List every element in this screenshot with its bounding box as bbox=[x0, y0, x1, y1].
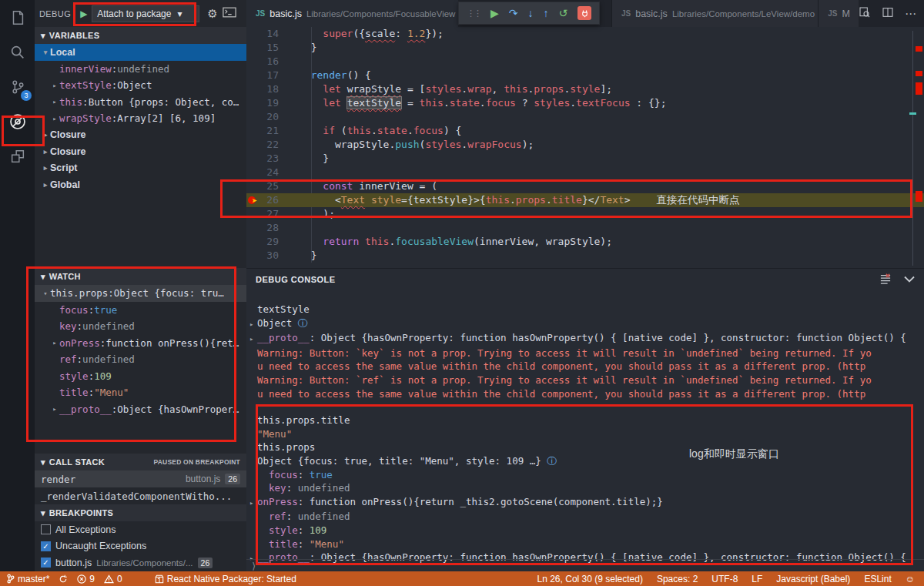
code-line-23[interactable]: 23 } bbox=[246, 152, 924, 166]
line-number[interactable]: 20 bbox=[246, 110, 279, 124]
collapsed-arrow-icon[interactable]: ▸ bbox=[249, 333, 257, 347]
language-mode[interactable]: Javascript (Babel) bbox=[776, 574, 850, 584]
console-line[interactable]: "Menu" bbox=[246, 427, 913, 441]
panel-title[interactable]: DEBUG CONSOLE bbox=[256, 275, 336, 284]
code-line-19[interactable]: 19 let textStyle = this.state.focus ? st… bbox=[246, 96, 924, 110]
line-number[interactable]: 28 bbox=[246, 221, 279, 235]
disconnect-button[interactable] bbox=[578, 6, 591, 20]
console-line[interactable]: title: "Menu" bbox=[246, 537, 913, 551]
watch-row[interactable]: style: 109 bbox=[35, 368, 246, 385]
variable-row[interactable]: ▾Local bbox=[35, 44, 246, 61]
code-line-16[interactable]: 16 bbox=[246, 55, 924, 69]
eol[interactable]: LF bbox=[752, 574, 762, 584]
code-editor[interactable]: 14 super({scale: 1.2});15 }1617 render()… bbox=[246, 27, 924, 268]
code-line-29[interactable]: 29 return this.focusableView(innerView, … bbox=[246, 235, 924, 249]
variable-row[interactable]: innerView: undefined bbox=[35, 61, 246, 78]
variable-row[interactable]: ▸Closure bbox=[35, 143, 246, 160]
tab-basic-leview[interactable]: JS basic.js Libraries/Components/LeView/… bbox=[611, 0, 818, 27]
line-number[interactable]: 27 bbox=[246, 207, 279, 221]
code-line-28[interactable]: 28 bbox=[246, 221, 924, 235]
feedback-smiley-icon[interactable]: ☺ bbox=[906, 574, 915, 584]
collapsed-arrow-icon[interactable]: ▸ bbox=[249, 497, 257, 511]
breakpoint-checkbox[interactable] bbox=[41, 524, 51, 534]
code-line-15[interactable]: 15 } bbox=[246, 41, 924, 55]
breakpoint-checkbox[interactable]: ✓ bbox=[41, 541, 51, 551]
line-number[interactable]: 15 bbox=[246, 41, 279, 55]
code-line-26[interactable]: ➤26 <Text style={textStyle}>{this.props.… bbox=[246, 193, 924, 207]
code-line-17[interactable]: 17 render() { bbox=[246, 69, 924, 82]
breakpoint-item[interactable]: ✓button.jsLibraries/Components/...26 bbox=[35, 554, 246, 571]
console-line[interactable]: u need to access the same value within t… bbox=[246, 387, 913, 401]
code-line-25[interactable]: 25 const innerView = ( bbox=[246, 179, 924, 193]
error-count[interactable]: 9 bbox=[77, 574, 95, 584]
watch-row[interactable]: ref: undefined bbox=[35, 351, 246, 368]
console-line[interactable]: textStyle bbox=[246, 303, 913, 316]
line-number[interactable]: 30 bbox=[246, 249, 279, 263]
sync-icon[interactable] bbox=[59, 574, 68, 584]
console-line[interactable]: Warning: Button: `key` is not a prop. Tr… bbox=[246, 347, 913, 360]
watch-header[interactable]: ▾WATCH bbox=[35, 268, 246, 285]
console-line[interactable]: this.props.title bbox=[246, 414, 913, 427]
line-number[interactable]: 21 bbox=[246, 124, 279, 138]
variable-row[interactable]: ▸Closure bbox=[35, 127, 246, 144]
code-line-21[interactable]: 21 if (this.state.focus) { bbox=[246, 124, 924, 138]
debug-console-toggle-icon[interactable] bbox=[223, 7, 236, 20]
encoding[interactable]: UTF-8 bbox=[711, 574, 738, 584]
console-line[interactable]: ref: undefined bbox=[246, 510, 913, 524]
line-number[interactable]: 25 bbox=[246, 179, 279, 193]
line-number[interactable]: 16 bbox=[246, 55, 279, 69]
watch-row[interactable]: title: "Menu" bbox=[35, 384, 246, 401]
extensions-icon[interactable] bbox=[0, 139, 35, 173]
console-line[interactable]: Warning: Button: `ref` is not a prop. Tr… bbox=[246, 373, 913, 387]
source-control-icon[interactable]: 3 bbox=[0, 69, 35, 104]
step-over-button[interactable]: ↷ bbox=[509, 7, 518, 19]
continue-button[interactable]: ▶ bbox=[490, 7, 499, 19]
code-line-14[interactable]: 14 super({scale: 1.2}); bbox=[246, 27, 924, 41]
watch-row[interactable]: ▾this.props: Object {focus: tru… bbox=[35, 285, 246, 302]
tab-basic-focusableview[interactable]: JS basic.js Libraries/Components/Focusab… bbox=[246, 0, 458, 27]
split-editor-icon[interactable] bbox=[882, 6, 894, 22]
console-line[interactable]: ▸__proto__: Object {hasOwnProperty: func… bbox=[246, 331, 913, 347]
warning-count[interactable]: 0 bbox=[104, 574, 122, 584]
line-number[interactable]: 22 bbox=[246, 138, 279, 152]
code-line-24[interactable]: 24 bbox=[246, 166, 924, 179]
code-line-20[interactable]: 20 bbox=[246, 110, 924, 124]
search-icon[interactable] bbox=[0, 35, 35, 69]
step-out-button[interactable]: ↑ bbox=[544, 7, 549, 19]
explorer-icon[interactable] bbox=[0, 0, 35, 35]
watch-row[interactable]: ▸onPress: function onPress(){ret… bbox=[35, 335, 246, 352]
console-line[interactable]: focus: true bbox=[246, 468, 913, 482]
restart-button[interactable]: ↺ bbox=[559, 7, 568, 19]
variable-row[interactable]: ▸textStyle: Object bbox=[35, 77, 246, 94]
console-line[interactable]: ▸__proto__: Object {hasOwnProperty: func… bbox=[246, 551, 913, 566]
code-line-22[interactable]: 22 wrapStyle.push(styles.wrapFocus); bbox=[246, 138, 924, 152]
filter-console-icon[interactable] bbox=[879, 273, 892, 286]
console-line[interactable]: ▸onPress: function onPress(){return _thi… bbox=[246, 495, 913, 511]
line-number[interactable]: 29 bbox=[246, 235, 279, 249]
console-line[interactable]: this.props bbox=[246, 440, 913, 454]
line-number[interactable]: 23 bbox=[246, 152, 279, 166]
open-preview-icon[interactable] bbox=[859, 6, 871, 22]
drag-handle-icon[interactable]: ⋮⋮ bbox=[467, 8, 480, 18]
step-into-button[interactable]: ↓ bbox=[528, 7, 534, 19]
breakpoints-header[interactable]: ▾BREAKPOINTS bbox=[35, 504, 246, 521]
console-line[interactable]: key: undefined bbox=[246, 481, 913, 495]
line-number[interactable]: 14 bbox=[246, 27, 279, 41]
cursor-position[interactable]: Ln 26, Col 30 (9 selected) bbox=[537, 574, 643, 584]
variable-row[interactable]: ▸this: Button {props: Object, co… bbox=[35, 94, 246, 111]
console-line[interactable]: u need to access the same value within t… bbox=[246, 360, 913, 373]
variable-row[interactable]: ▸Script bbox=[35, 160, 246, 177]
variable-row[interactable]: ▸wrapStyle: Array[2] [6, 109] bbox=[35, 110, 246, 127]
variable-row[interactable]: ▸Global bbox=[35, 176, 246, 193]
call-stack-frame[interactable]: renderbutton.js26 bbox=[35, 470, 246, 487]
code-line-30[interactable]: 30 } bbox=[246, 249, 924, 263]
breakpoint-item[interactable]: ✓Uncaught Exceptions bbox=[35, 538, 246, 555]
breakpoint-item[interactable]: All Exceptions bbox=[35, 521, 246, 538]
collapse-panel-icon[interactable] bbox=[904, 275, 915, 284]
gear-icon[interactable]: ⚙ bbox=[207, 7, 217, 21]
line-number[interactable]: 17 bbox=[246, 69, 279, 82]
line-number[interactable]: 18 bbox=[246, 82, 279, 96]
console-output[interactable]: textStyle▸Object ⓘ▸__proto__: Object {ha… bbox=[246, 293, 913, 566]
watch-row[interactable]: key: undefined bbox=[35, 318, 246, 335]
linter-status[interactable]: ESLint bbox=[864, 574, 891, 584]
